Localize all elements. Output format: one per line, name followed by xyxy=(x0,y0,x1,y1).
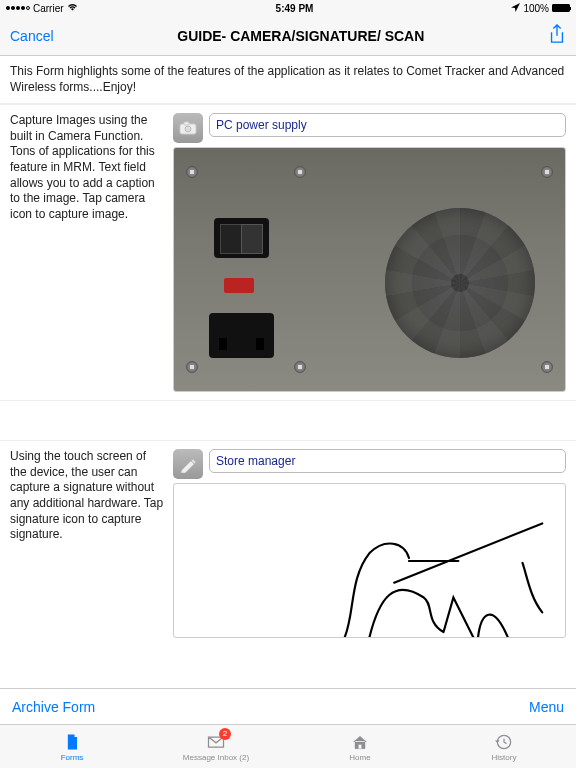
share-button[interactable] xyxy=(548,24,566,48)
camera-section: Capture Images using the built in Camera… xyxy=(0,104,576,400)
tab-history-label: History xyxy=(492,753,517,762)
camera-icon-button[interactable] xyxy=(173,113,203,143)
signature-canvas[interactable] xyxy=(173,483,566,638)
location-icon xyxy=(511,3,520,14)
status-time: 5:49 PM xyxy=(276,3,314,14)
battery-icon xyxy=(552,4,570,12)
tab-bar: Forms 2 Message Inbox (2) Home History xyxy=(0,724,576,768)
wifi-icon xyxy=(67,3,78,13)
tab-forms[interactable]: Forms xyxy=(0,725,144,768)
signature-description: Using the touch screen of the device, th… xyxy=(10,449,165,638)
menu-button[interactable]: Menu xyxy=(529,699,564,715)
inbox-badge: 2 xyxy=(219,728,231,740)
page-title: GUIDE- CAMERA/SIGNATURE/ SCAN xyxy=(177,28,424,44)
status-bar: Carrier 5:49 PM 100% xyxy=(0,0,576,16)
cancel-button[interactable]: Cancel xyxy=(10,28,54,44)
battery-pct: 100% xyxy=(523,3,549,14)
signature-icon-button[interactable] xyxy=(173,449,203,479)
carrier-label: Carrier xyxy=(33,3,64,14)
nav-bar: Cancel GUIDE- CAMERA/SIGNATURE/ SCAN xyxy=(0,16,576,56)
tab-inbox[interactable]: 2 Message Inbox (2) xyxy=(144,725,288,768)
intro-text: This Form highlights some of the feature… xyxy=(0,56,576,104)
camera-caption-input[interactable]: PC power supply xyxy=(209,113,566,137)
signature-section: Using the touch screen of the device, th… xyxy=(0,440,576,646)
svg-point-2 xyxy=(185,126,191,132)
tab-inbox-label: Message Inbox (2) xyxy=(183,753,249,762)
captured-image[interactable] xyxy=(173,147,566,392)
form-content: This Form highlights some of the feature… xyxy=(0,56,576,688)
status-right: 100% xyxy=(511,3,570,14)
tab-home[interactable]: Home xyxy=(288,725,432,768)
camera-description: Capture Images using the built in Camera… xyxy=(10,113,165,392)
tab-history[interactable]: History xyxy=(432,725,576,768)
bottom-toolbar: Archive Form Menu xyxy=(0,688,576,724)
archive-form-button[interactable]: Archive Form xyxy=(12,699,95,715)
tab-forms-label: Forms xyxy=(61,753,84,762)
svg-rect-1 xyxy=(184,122,189,125)
signature-caption-input[interactable]: Store manager xyxy=(209,449,566,473)
tab-home-label: Home xyxy=(349,753,370,762)
status-left: Carrier xyxy=(6,3,78,14)
